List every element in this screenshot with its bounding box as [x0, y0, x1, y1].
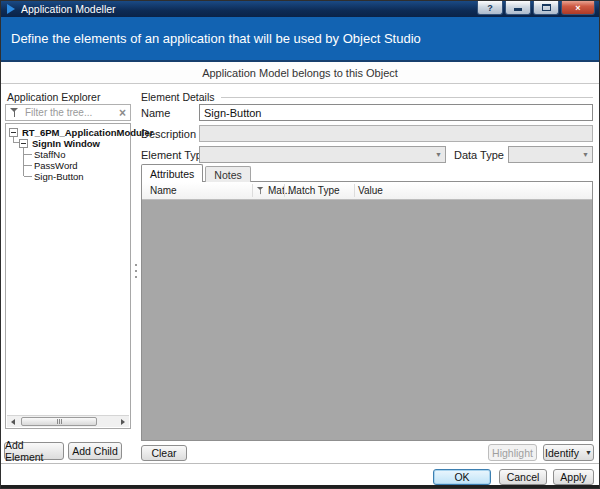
clear-button[interactable]: Clear [141, 445, 187, 461]
help-button[interactable]: ? [477, 1, 503, 15]
tab-notes[interactable]: Notes [205, 166, 250, 182]
scrollbar-thumb[interactable] [21, 417, 97, 426]
clear-filter-icon[interactable]: × [119, 107, 126, 119]
chevron-down-icon: ▼ [582, 151, 589, 158]
app-play-icon [7, 4, 15, 14]
close-button[interactable]: × [561, 1, 595, 15]
ok-button[interactable]: OK [433, 469, 491, 485]
data-type-dropdown: ▼ [508, 146, 593, 163]
filter-funnel-icon [257, 187, 264, 194]
window-controls: ? × [477, 1, 595, 15]
tree-expander-icon[interactable] [9, 128, 18, 137]
highlight-button: Highlight [488, 444, 537, 461]
add-element-button[interactable]: Add Element [4, 442, 64, 460]
help-icon: ? [487, 3, 493, 13]
column-header-name[interactable]: Name [150, 182, 177, 199]
attributes-table-body [142, 200, 592, 441]
window-title: Application Modeller [21, 3, 116, 15]
column-header-match-type[interactable]: Match Type [288, 182, 340, 199]
maximize-button[interactable] [533, 1, 559, 15]
scrollbar-track[interactable] [19, 417, 117, 426]
tree-horizontal-scrollbar[interactable] [7, 415, 129, 427]
element-details-title: Element Details [141, 91, 593, 103]
tree-filter-input[interactable] [23, 106, 115, 119]
attributes-table[interactable]: Name Mat... Match Type Value [141, 181, 593, 441]
tree-connector-line [24, 176, 32, 177]
close-icon: × [575, 3, 580, 13]
filter-funnel-icon [10, 108, 19, 117]
application-tree[interactable]: RT_6PM_ApplicationModuler SignIn Window … [5, 123, 131, 429]
tree-node-signin-window[interactable]: SignIn Window [19, 138, 100, 149]
maximize-icon [542, 4, 551, 11]
explorer-title: Application Explorer [7, 91, 129, 103]
tree-connector-line [24, 165, 32, 166]
footer-divider [1, 463, 599, 464]
description-label: Description [141, 128, 196, 140]
tree-connector-line [24, 154, 32, 155]
attributes-table-header: Name Mat... Match Type Value [142, 182, 592, 200]
scroll-left-button[interactable] [7, 416, 19, 427]
element-type-dropdown: ▼ [199, 146, 446, 163]
minimize-icon [514, 8, 522, 11]
data-type-label: Data Type [454, 149, 504, 161]
name-field[interactable] [199, 104, 593, 121]
element-type-label: Element Type [141, 149, 208, 161]
scroll-right-icon [121, 419, 125, 425]
tree-node-root[interactable]: RT_6PM_ApplicationModuler [9, 127, 153, 138]
banner-text: Define the elements of an application th… [11, 31, 421, 46]
minimize-button[interactable] [505, 1, 531, 15]
window-bottom-border [1, 485, 599, 488]
tree-connector-line [23, 147, 24, 176]
application-modeller-window: Application Modeller ? × Define the elem… [0, 0, 600, 489]
name-label: Name [141, 107, 170, 119]
tree-node-password[interactable]: PassWord [34, 160, 78, 171]
tree-node-staffno[interactable]: StaffNo [34, 149, 66, 160]
identify-button[interactable]: Identify ▼ [543, 444, 594, 461]
scroll-left-icon [11, 419, 15, 425]
tab-attributes[interactable]: Attributes [141, 164, 203, 182]
tree-node-sign-button[interactable]: Sign-Button [34, 171, 84, 182]
description-field [199, 125, 593, 142]
scroll-right-button[interactable] [117, 416, 129, 427]
subheader-text: Application Model belongs to this Object [202, 67, 398, 79]
cancel-button[interactable]: Cancel [499, 469, 547, 485]
column-header-value[interactable]: Value [358, 182, 383, 199]
add-child-button[interactable]: Add Child [68, 442, 122, 460]
panel-splitter[interactable] [132, 241, 140, 301]
chevron-down-icon: ▼ [585, 449, 592, 456]
tree-expander-icon[interactable] [19, 139, 28, 148]
chevron-down-icon: ▼ [435, 151, 442, 158]
banner: Define the elements of an application th… [1, 17, 599, 62]
tree-filter: × [5, 104, 131, 121]
apply-button[interactable]: Apply [553, 469, 594, 485]
subheader-bar: Application Model belongs to this Object [1, 62, 599, 84]
details-tabs: Attributes Notes [141, 164, 251, 182]
